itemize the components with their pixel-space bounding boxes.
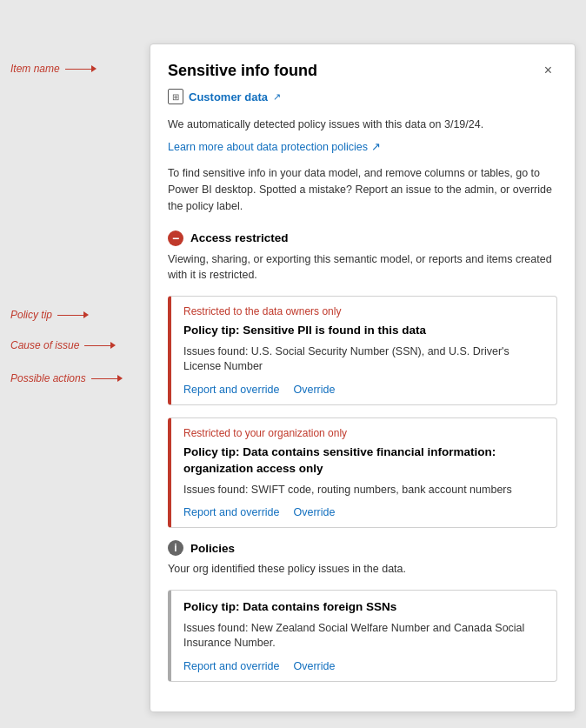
policies-desc: Your org identified these policy issues … <box>168 561 557 578</box>
panel-title: Sensitive info found <box>168 62 317 80</box>
learn-more-link[interactable]: Learn more about data protection policie… <box>168 140 381 153</box>
close-button[interactable]: × <box>539 62 557 79</box>
policy-tip-title-1: Policy tip: Sensitive PII is found in th… <box>183 323 544 339</box>
annotation-label-policy-tip: Policy tip <box>10 309 52 321</box>
annotation-label-cause: Cause of issue <box>10 339 79 351</box>
report-override-link-2[interactable]: Report and override <box>183 506 279 518</box>
actions-row-1: Report and override Override <box>183 384 544 396</box>
restricted-icon: − <box>168 230 183 246</box>
policy-tip-title-neutral-1: Policy tip: Data contains foreign SSNs <box>183 599 544 616</box>
access-restricted-title: Access restricted <box>190 231 289 244</box>
report-override-link-1[interactable]: Report and override <box>183 384 279 396</box>
override-link-neutral-1[interactable]: Override <box>293 660 335 672</box>
item-name-link[interactable]: Customer data <box>189 90 268 104</box>
annotation-cause-of-issue: Cause of issue <box>10 339 116 351</box>
restriction-label-2: Restricted to your organization only <box>183 427 544 439</box>
policy-card-2: Restricted to your organization only Pol… <box>168 417 557 528</box>
issues-found-2: Issues found: SWIFT code, routing number… <box>183 483 544 498</box>
external-link-icon: ↗ <box>273 91 281 103</box>
arrow-item-name <box>65 65 97 72</box>
annotation-policy-tip: Policy tip <box>10 309 89 321</box>
report-override-link-neutral-1[interactable]: Report and override <box>183 660 279 672</box>
actions-row-neutral-1: Report and override Override <box>183 660 544 672</box>
policy-card-1: Restricted to the data owners only Polic… <box>168 296 557 405</box>
annotation-item-name: Item name <box>10 63 97 75</box>
item-name-row: ⊞ Customer data ↗ <box>168 89 557 104</box>
item-icon: ⊞ <box>168 89 183 104</box>
sensitive-info-panel: Sensitive info found × ⊞ Customer data ↗… <box>150 43 576 712</box>
actions-row-2: Report and override Override <box>183 506 544 518</box>
description-text-2: To find sensitive info in your data mode… <box>168 165 557 214</box>
policies-header: i Policies <box>168 540 557 556</box>
annotation-possible-actions: Possible actions <box>10 372 123 384</box>
issues-found-neutral-1: Issues found: New Zealand Social Welfare… <box>183 621 544 651</box>
panel-header: Sensitive info found × <box>168 62 557 80</box>
policy-tip-title-2: Policy tip: Data contains sensitive fina… <box>183 444 544 478</box>
learn-more-icon: ↗ <box>371 140 381 153</box>
annotation-label-actions: Possible actions <box>10 372 86 384</box>
arrow-actions <box>91 375 123 382</box>
policies-section: i Policies Your org identified these pol… <box>168 540 557 682</box>
access-restricted-header: − Access restricted <box>168 230 557 246</box>
override-link-2[interactable]: Override <box>293 506 335 518</box>
issues-found-1: Issues found: U.S. Social Security Numbe… <box>183 344 544 375</box>
arrow-policy-tip <box>57 311 89 318</box>
policy-card-neutral-1: Policy tip: Data contains foreign SSNs I… <box>168 590 557 682</box>
access-restricted-desc: Viewing, sharing, or exporting this sema… <box>168 251 557 284</box>
description-text-1: We automatically detected policy issues … <box>168 117 557 133</box>
annotation-label: Item name <box>10 63 60 75</box>
outer-container: Item name Policy tip Cause of issue Poss… <box>10 17 576 712</box>
restriction-label-1: Restricted to the data owners only <box>183 305 544 317</box>
override-link-1[interactable]: Override <box>293 384 335 396</box>
arrow-cause <box>84 342 116 349</box>
learn-more-text: Learn more about data protection policie… <box>168 141 368 153</box>
policies-title: Policies <box>190 542 235 555</box>
info-icon: i <box>168 540 183 556</box>
